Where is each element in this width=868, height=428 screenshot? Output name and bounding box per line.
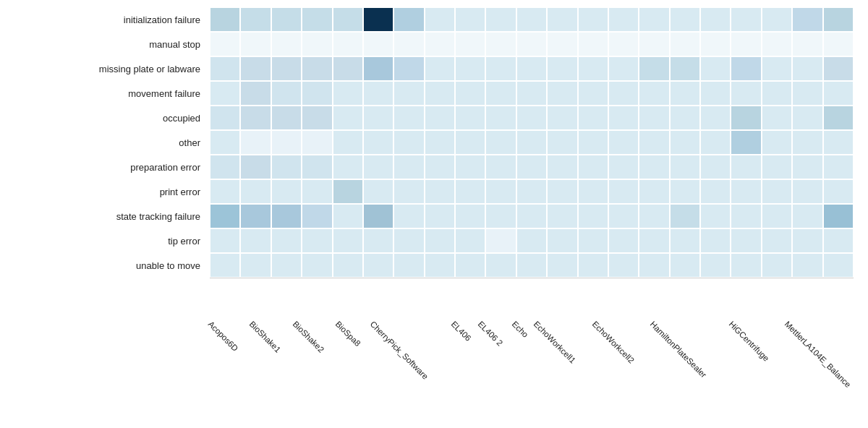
cell-3-3	[302, 81, 332, 106]
x-label-7: Echo	[510, 320, 529, 339]
cell-5-12	[578, 130, 608, 155]
cell-6-7	[425, 155, 455, 179]
cell-0-14	[639, 7, 669, 32]
cell-4-15	[670, 106, 700, 130]
cell-10-8	[455, 253, 485, 278]
x-label-container-10: HamiltonPlateSealer	[652, 316, 731, 428]
cell-8-3	[302, 204, 332, 228]
cell-10-6	[393, 253, 424, 278]
grid-row-0	[210, 7, 854, 32]
cell-4-16	[700, 106, 731, 130]
x-label-container-5: EL406	[453, 316, 480, 428]
cell-7-18	[762, 179, 792, 204]
y-label-3: movement failure	[0, 81, 206, 106]
cell-2-19	[792, 56, 822, 81]
cell-7-1	[240, 179, 271, 204]
cell-3-14	[639, 81, 669, 106]
cell-0-2	[271, 7, 302, 32]
y-label-2: missing plate or labware	[0, 56, 206, 81]
y-label-1: manual stop	[0, 32, 206, 56]
cell-0-4	[333, 7, 363, 32]
y-label-0: initialization failure	[0, 7, 206, 32]
cell-10-7	[425, 253, 455, 278]
cell-9-3	[302, 228, 332, 253]
cell-7-9	[485, 179, 516, 204]
cell-2-12	[578, 56, 608, 81]
cell-7-17	[731, 179, 761, 204]
cell-5-8	[455, 130, 485, 155]
cell-0-20	[823, 7, 854, 32]
cell-5-10	[516, 130, 547, 155]
cell-8-14	[639, 204, 669, 228]
cell-7-13	[608, 179, 639, 204]
cell-4-4	[333, 106, 363, 130]
cell-10-13	[608, 253, 639, 278]
cell-10-18	[762, 253, 792, 278]
cell-10-5	[363, 253, 393, 278]
cell-3-11	[547, 81, 577, 106]
grid-row-4	[210, 106, 854, 130]
cell-2-9	[485, 56, 516, 81]
cell-6-20	[823, 155, 854, 179]
cell-6-11	[547, 155, 577, 179]
cell-7-8	[455, 179, 485, 204]
cell-5-1	[240, 130, 271, 155]
cell-4-14	[639, 106, 669, 130]
x-label-container-1: BioShake1	[251, 316, 294, 428]
cell-6-8	[455, 155, 485, 179]
cell-6-10	[516, 155, 547, 179]
cell-7-20	[823, 179, 854, 204]
cell-4-8	[455, 106, 485, 130]
cell-6-13	[608, 155, 639, 179]
axis-line	[210, 278, 854, 278]
cell-9-5	[363, 228, 393, 253]
cell-6-16	[700, 155, 731, 179]
cell-9-20	[823, 228, 854, 253]
y-label-9: tip error	[0, 228, 206, 253]
cell-0-6	[393, 7, 424, 32]
cell-2-0	[210, 56, 240, 81]
cell-3-7	[425, 81, 455, 106]
cell-10-3	[302, 253, 332, 278]
cell-9-7	[425, 228, 455, 253]
cell-8-13	[608, 204, 639, 228]
x-label-9: EchoWorkcell2	[590, 320, 636, 365]
cell-1-6	[393, 32, 424, 56]
cell-8-1	[240, 204, 271, 228]
cell-3-8	[455, 81, 485, 106]
grid-row-9	[210, 228, 854, 253]
cell-8-15	[670, 204, 700, 228]
cell-2-10	[516, 56, 547, 81]
cell-9-17	[731, 228, 761, 253]
grid-area	[210, 7, 854, 278]
cell-4-18	[762, 106, 792, 130]
cell-2-2	[271, 56, 302, 81]
cell-4-3	[302, 106, 332, 130]
cell-1-1	[240, 32, 271, 56]
cell-6-0	[210, 155, 240, 179]
cell-0-7	[425, 7, 455, 32]
x-label-0: Acopos6D	[207, 320, 240, 353]
cell-8-16	[700, 204, 731, 228]
cell-8-19	[792, 204, 822, 228]
x-label-3: BioSpa8	[334, 320, 362, 348]
cell-0-19	[792, 7, 822, 32]
cell-3-15	[670, 81, 700, 106]
cell-1-0	[210, 32, 240, 56]
cell-4-5	[363, 106, 393, 130]
cell-2-6	[393, 56, 424, 81]
cell-8-6	[393, 204, 424, 228]
x-label-8: EchoWorkcell1	[532, 320, 578, 365]
cell-5-15	[670, 130, 700, 155]
cell-8-5	[363, 204, 393, 228]
cell-0-1	[240, 7, 271, 32]
cell-6-19	[792, 155, 822, 179]
x-label-12: MettlerLA104E_Balance	[783, 320, 852, 389]
cell-7-2	[271, 179, 302, 204]
cell-10-16	[700, 253, 731, 278]
cell-5-7	[425, 130, 455, 155]
x-label-1: BioShake1	[248, 320, 283, 354]
cell-2-3	[302, 56, 332, 81]
y-label-5: other	[0, 130, 206, 155]
cell-10-4	[333, 253, 363, 278]
